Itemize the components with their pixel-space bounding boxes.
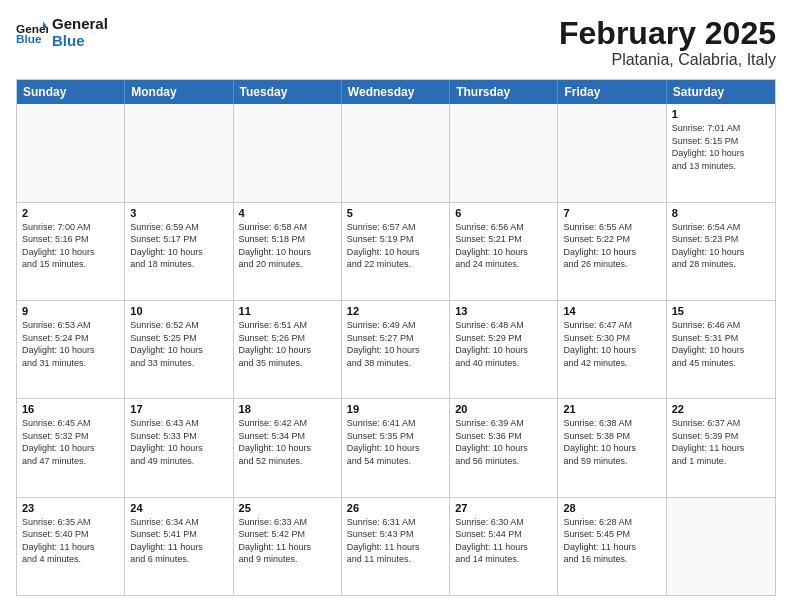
day-number: 2 [22, 207, 119, 219]
cell-info: Sunrise: 7:01 AMSunset: 5:15 PMDaylight:… [672, 122, 770, 172]
cell-info: Sunrise: 6:37 AMSunset: 5:39 PMDaylight:… [672, 417, 770, 467]
header-day-thursday: Thursday [450, 80, 558, 104]
header: General Blue General Blue February 2025 … [16, 16, 776, 69]
day-number: 3 [130, 207, 227, 219]
table-row: 28Sunrise: 6:28 AMSunset: 5:45 PMDayligh… [558, 498, 666, 595]
cell-info: Sunrise: 6:28 AMSunset: 5:45 PMDaylight:… [563, 516, 660, 566]
table-row: 22Sunrise: 6:37 AMSunset: 5:39 PMDayligh… [667, 399, 775, 496]
day-number: 11 [239, 305, 336, 317]
table-row: 19Sunrise: 6:41 AMSunset: 5:35 PMDayligh… [342, 399, 450, 496]
calendar-body: 1Sunrise: 7:01 AMSunset: 5:15 PMDaylight… [17, 104, 775, 595]
logo-icon: General Blue [16, 19, 48, 47]
cell-info: Sunrise: 6:52 AMSunset: 5:25 PMDaylight:… [130, 319, 227, 369]
table-row: 10Sunrise: 6:52 AMSunset: 5:25 PMDayligh… [125, 301, 233, 398]
day-number: 19 [347, 403, 444, 415]
table-row: 24Sunrise: 6:34 AMSunset: 5:41 PMDayligh… [125, 498, 233, 595]
calendar-row-3: 9Sunrise: 6:53 AMSunset: 5:24 PMDaylight… [17, 300, 775, 398]
day-number: 26 [347, 502, 444, 514]
cell-info: Sunrise: 7:00 AMSunset: 5:16 PMDaylight:… [22, 221, 119, 271]
day-number: 13 [455, 305, 552, 317]
cell-info: Sunrise: 6:38 AMSunset: 5:38 PMDaylight:… [563, 417, 660, 467]
table-row: 7Sunrise: 6:55 AMSunset: 5:22 PMDaylight… [558, 203, 666, 300]
table-row: 4Sunrise: 6:58 AMSunset: 5:18 PMDaylight… [234, 203, 342, 300]
cell-info: Sunrise: 6:34 AMSunset: 5:41 PMDaylight:… [130, 516, 227, 566]
cell-info: Sunrise: 6:43 AMSunset: 5:33 PMDaylight:… [130, 417, 227, 467]
cell-info: Sunrise: 6:46 AMSunset: 5:31 PMDaylight:… [672, 319, 770, 369]
table-row: 8Sunrise: 6:54 AMSunset: 5:23 PMDaylight… [667, 203, 775, 300]
table-row: 13Sunrise: 6:48 AMSunset: 5:29 PMDayligh… [450, 301, 558, 398]
table-row [450, 104, 558, 201]
cell-info: Sunrise: 6:39 AMSunset: 5:36 PMDaylight:… [455, 417, 552, 467]
cell-info: Sunrise: 6:30 AMSunset: 5:44 PMDaylight:… [455, 516, 552, 566]
header-day-wednesday: Wednesday [342, 80, 450, 104]
table-row: 20Sunrise: 6:39 AMSunset: 5:36 PMDayligh… [450, 399, 558, 496]
table-row [17, 104, 125, 201]
table-row: 18Sunrise: 6:42 AMSunset: 5:34 PMDayligh… [234, 399, 342, 496]
day-number: 28 [563, 502, 660, 514]
cell-info: Sunrise: 6:33 AMSunset: 5:42 PMDaylight:… [239, 516, 336, 566]
day-number: 20 [455, 403, 552, 415]
calendar-header: SundayMondayTuesdayWednesdayThursdayFrid… [17, 80, 775, 104]
day-number: 7 [563, 207, 660, 219]
logo-blue: Blue [52, 33, 108, 50]
logo-general: General [52, 16, 108, 33]
day-number: 8 [672, 207, 770, 219]
day-number: 18 [239, 403, 336, 415]
day-number: 12 [347, 305, 444, 317]
day-number: 5 [347, 207, 444, 219]
table-row: 16Sunrise: 6:45 AMSunset: 5:32 PMDayligh… [17, 399, 125, 496]
day-number: 1 [672, 108, 770, 120]
title-block: February 2025 Platania, Calabria, Italy [559, 16, 776, 69]
day-number: 10 [130, 305, 227, 317]
table-row: 25Sunrise: 6:33 AMSunset: 5:42 PMDayligh… [234, 498, 342, 595]
calendar-row-1: 1Sunrise: 7:01 AMSunset: 5:15 PMDaylight… [17, 104, 775, 201]
day-number: 15 [672, 305, 770, 317]
table-row [125, 104, 233, 201]
table-row: 23Sunrise: 6:35 AMSunset: 5:40 PMDayligh… [17, 498, 125, 595]
day-number: 22 [672, 403, 770, 415]
day-number: 16 [22, 403, 119, 415]
table-row: 6Sunrise: 6:56 AMSunset: 5:21 PMDaylight… [450, 203, 558, 300]
day-number: 4 [239, 207, 336, 219]
cell-info: Sunrise: 6:58 AMSunset: 5:18 PMDaylight:… [239, 221, 336, 271]
table-row [558, 104, 666, 201]
cell-info: Sunrise: 6:55 AMSunset: 5:22 PMDaylight:… [563, 221, 660, 271]
day-number: 21 [563, 403, 660, 415]
table-row [667, 498, 775, 595]
header-day-friday: Friday [558, 80, 666, 104]
day-number: 9 [22, 305, 119, 317]
day-number: 24 [130, 502, 227, 514]
table-row: 15Sunrise: 6:46 AMSunset: 5:31 PMDayligh… [667, 301, 775, 398]
header-day-tuesday: Tuesday [234, 80, 342, 104]
calendar-row-2: 2Sunrise: 7:00 AMSunset: 5:16 PMDaylight… [17, 202, 775, 300]
table-row [234, 104, 342, 201]
table-row: 26Sunrise: 6:31 AMSunset: 5:43 PMDayligh… [342, 498, 450, 595]
header-day-saturday: Saturday [667, 80, 775, 104]
page: General Blue General Blue February 2025 … [0, 0, 792, 612]
cell-info: Sunrise: 6:42 AMSunset: 5:34 PMDaylight:… [239, 417, 336, 467]
cell-info: Sunrise: 6:31 AMSunset: 5:43 PMDaylight:… [347, 516, 444, 566]
cell-info: Sunrise: 6:57 AMSunset: 5:19 PMDaylight:… [347, 221, 444, 271]
cell-info: Sunrise: 6:59 AMSunset: 5:17 PMDaylight:… [130, 221, 227, 271]
cell-info: Sunrise: 6:56 AMSunset: 5:21 PMDaylight:… [455, 221, 552, 271]
location-title: Platania, Calabria, Italy [559, 51, 776, 69]
calendar: SundayMondayTuesdayWednesdayThursdayFrid… [16, 79, 776, 596]
table-row: 3Sunrise: 6:59 AMSunset: 5:17 PMDaylight… [125, 203, 233, 300]
cell-info: Sunrise: 6:51 AMSunset: 5:26 PMDaylight:… [239, 319, 336, 369]
cell-info: Sunrise: 6:47 AMSunset: 5:30 PMDaylight:… [563, 319, 660, 369]
table-row: 11Sunrise: 6:51 AMSunset: 5:26 PMDayligh… [234, 301, 342, 398]
cell-info: Sunrise: 6:41 AMSunset: 5:35 PMDaylight:… [347, 417, 444, 467]
cell-info: Sunrise: 6:45 AMSunset: 5:32 PMDaylight:… [22, 417, 119, 467]
table-row: 21Sunrise: 6:38 AMSunset: 5:38 PMDayligh… [558, 399, 666, 496]
cell-info: Sunrise: 6:53 AMSunset: 5:24 PMDaylight:… [22, 319, 119, 369]
table-row: 27Sunrise: 6:30 AMSunset: 5:44 PMDayligh… [450, 498, 558, 595]
table-row: 9Sunrise: 6:53 AMSunset: 5:24 PMDaylight… [17, 301, 125, 398]
cell-info: Sunrise: 6:54 AMSunset: 5:23 PMDaylight:… [672, 221, 770, 271]
header-day-monday: Monday [125, 80, 233, 104]
table-row [342, 104, 450, 201]
day-number: 17 [130, 403, 227, 415]
day-number: 25 [239, 502, 336, 514]
cell-info: Sunrise: 6:48 AMSunset: 5:29 PMDaylight:… [455, 319, 552, 369]
calendar-row-4: 16Sunrise: 6:45 AMSunset: 5:32 PMDayligh… [17, 398, 775, 496]
cell-info: Sunrise: 6:35 AMSunset: 5:40 PMDaylight:… [22, 516, 119, 566]
